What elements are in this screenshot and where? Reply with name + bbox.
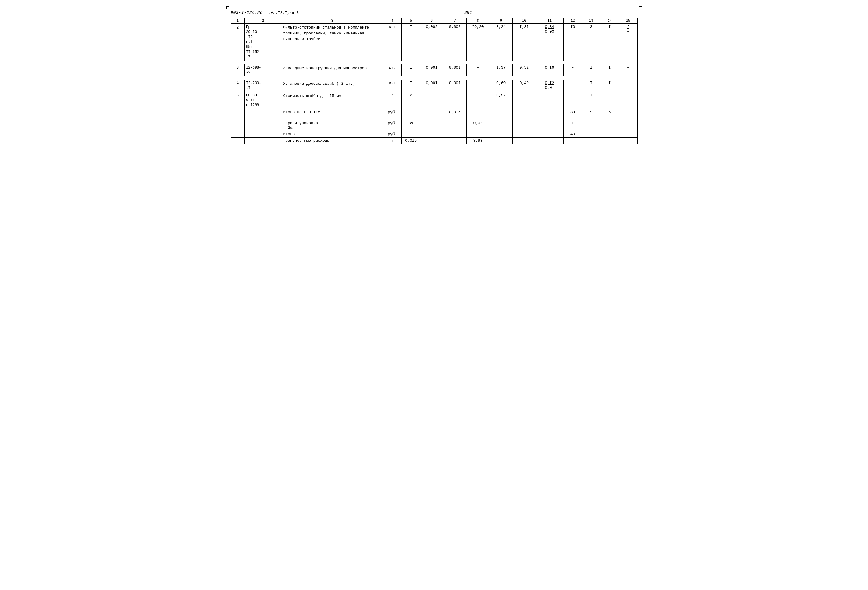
sub-row-tara-col3: Тара и упаковка –– 2% (282, 120, 383, 131)
sub-row-transport-col6: – (420, 138, 443, 144)
row2-col10: I,3I (513, 24, 536, 61)
row-num-4: 4 (230, 80, 245, 92)
row5-col6: – (420, 92, 443, 109)
row5-col3: Стоимость шайбн д = I5 мм (282, 92, 383, 109)
sub-row-itogo1-col15: I– (619, 109, 638, 120)
sub-row-itogo2-col15: – (619, 131, 638, 138)
table-row: 4 I2-700--I Установка дроссельшайб ( 2 ш… (230, 80, 638, 92)
row4-col6: 0,00I (420, 80, 443, 92)
row3-col5: I (402, 64, 420, 77)
row5-col14: – (601, 92, 619, 109)
col-header-13: 13 (582, 18, 601, 24)
corner-mark-left (226, 6, 229, 9)
row4-col9: 0,69 (490, 80, 513, 92)
sub-row-transport-col12: – (563, 138, 582, 144)
sub-row-itogo1-col2 (245, 109, 282, 120)
col-header-14: 14 (601, 18, 619, 24)
row2-col14: I (601, 24, 619, 61)
sub-row-itogo2-col6: – (420, 131, 443, 138)
row2-col11-num: 0,34 (545, 25, 554, 29)
sub-row-transport-col7: – (443, 138, 466, 144)
sub-row-itogo2-col2 (245, 131, 282, 138)
sub-row-transport-col2 (245, 138, 282, 144)
row-num-3: 3 (230, 64, 245, 77)
row2-col6: 0,002 (420, 24, 443, 61)
sub-row-tara-col14: – (601, 120, 619, 131)
row5-col10: – (513, 92, 536, 109)
row-num-2: 2 (230, 24, 245, 61)
row2-col12: IO (563, 24, 582, 61)
sub-row-tara-col2 (245, 120, 282, 131)
row4-col3: Установка дроссельшайб ( 2 шт.) (282, 80, 383, 92)
row4-col13: I (582, 80, 601, 92)
sub-row-itogo1-col9: – (490, 109, 513, 120)
spacer-row (230, 77, 638, 80)
sub-row-itogo2: Итого руб. – – – – – – – 40 – – – (230, 131, 638, 138)
row4-col2: I2-700--I (245, 80, 282, 92)
sub-row-itogo1-col4: руб. (383, 109, 402, 120)
row3-col11-den: – (548, 70, 551, 75)
sub-row-tara: Тара и упаковка –– 2% руб. 39 – – 0,02 –… (230, 120, 638, 131)
row4-col10: 0,49 (513, 80, 536, 92)
doc-number: 903-I-224.86 (230, 10, 263, 15)
row5-col7: – (443, 92, 466, 109)
row4-col11-num: 0,I2 (545, 81, 554, 85)
row3-col11-num: 0,IO (545, 65, 554, 70)
sub-row-tara-col4: руб. (383, 120, 402, 131)
row3-col2: I2-698--2 (245, 64, 282, 77)
sub-row-transport-col13: – (582, 138, 601, 144)
row4-col11: 0,I2 0,0I (536, 80, 563, 92)
row4-col14: I (601, 80, 619, 92)
row3-col14: I (601, 64, 619, 77)
row5-col8: – (466, 92, 490, 109)
sub-row-itogo2-col9: – (490, 131, 513, 138)
sub-row-tara-col13: – (582, 120, 601, 131)
sub-row-itogo1: Итого по п.п.I+5 руб. – – 0,0I5 – – – – … (230, 109, 638, 120)
sub-row-transport-col5: 0,0I5 (402, 138, 420, 144)
sub-row-transport-col4: т (383, 138, 402, 144)
row4-col8: – (466, 80, 490, 92)
col-header-5: 5 (402, 18, 420, 24)
sub-row-itogo2-col5: – (402, 131, 420, 138)
row-num-5: 5 (230, 92, 245, 109)
sub-row-transport-col3: Транспортные расходы (282, 138, 383, 144)
col-header-8: 8 (466, 18, 490, 24)
header-row: 1 2 3 4 5 6 7 8 9 10 11 12 13 14 15 (230, 18, 638, 24)
sub-row-tara-col10: – (513, 120, 536, 131)
row2-col11-den: 0,03 (545, 29, 554, 34)
row5-col5: 2 (402, 92, 420, 109)
row3-col10: 0,52 (513, 64, 536, 77)
row4-col5: I (402, 80, 420, 92)
table-row: 5 ССРСЦч.IIIп.I788 Стоимость шайбн д = I… (230, 92, 638, 109)
row3-col15: – (619, 64, 638, 77)
col-header-12: 12 (563, 18, 582, 24)
sub-row-tara-num (230, 120, 245, 131)
sub-row-tara-col11: – (536, 120, 563, 131)
row3-col3: Закладные конструкции для манометров (282, 64, 383, 77)
sub-row-itogo1-col7: 0,0I5 (443, 109, 466, 120)
col-header-2: 2 (245, 18, 282, 24)
row3-col4: шт. (383, 64, 402, 77)
sub-row-itogo1-col8: – (466, 109, 490, 120)
col-header-9: 9 (490, 18, 513, 24)
row3-col12: – (563, 64, 582, 77)
spacer-row (230, 60, 638, 64)
sub-row-itogo1-col13: 9 (582, 109, 601, 120)
sub-row-itogo1-num (230, 109, 245, 120)
col-header-4: 4 (383, 18, 402, 24)
row3-col13: I (582, 64, 601, 77)
sub-row-transport-col14: – (601, 138, 619, 144)
page-container: 903-I-224.86 .Ал.I2.I,кн.3 — 391 — 1 2 3… (226, 6, 642, 150)
row2-col4: к-т (383, 24, 402, 61)
sub-row-itogo2-col11: – (536, 131, 563, 138)
col-header-6: 6 (420, 18, 443, 24)
sub-row-tara-col5: 39 (402, 120, 420, 131)
sub-row-itogo2-col13: – (582, 131, 601, 138)
sub-row-itogo1-col5: – (402, 109, 420, 120)
sub-row-transport-col15: – (619, 138, 638, 144)
col-header-3: 3 (282, 18, 383, 24)
sub-row-tara-col9: – (490, 120, 513, 131)
col-header-1: 1 (230, 18, 245, 24)
sub-row-itogo1-col12: 39 (563, 109, 582, 120)
sub-row-transport: Транспортные расходы т 0,0I5 – – 8,98 – … (230, 138, 638, 144)
